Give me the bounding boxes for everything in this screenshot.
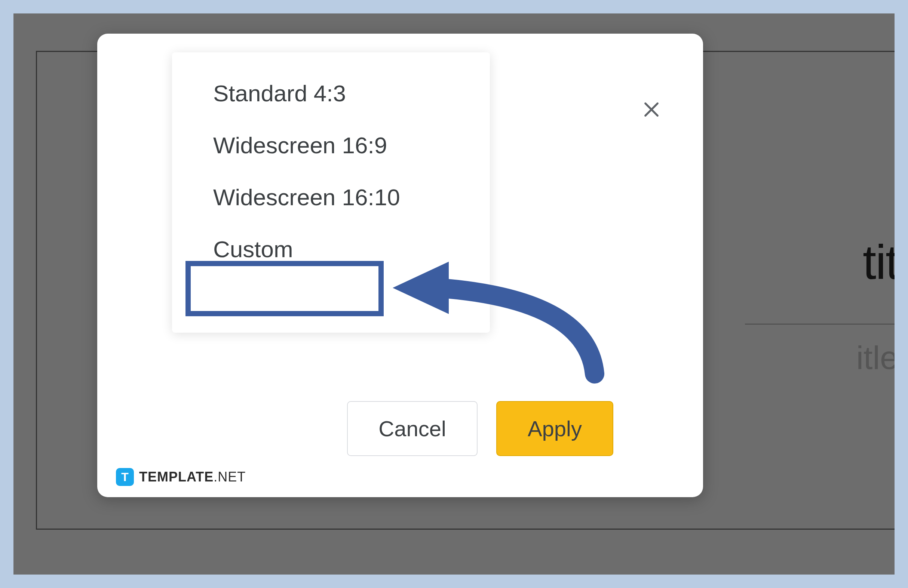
page-setup-dialog: Standard 4:3 Widescreen 16:9 Widescreen …	[97, 34, 703, 497]
aspect-ratio-dropdown: Standard 4:3 Widescreen 16:9 Widescreen …	[172, 52, 490, 333]
slide-title-fragment: tit	[863, 234, 895, 290]
watermark: T TEMPLATE.NET	[116, 468, 246, 486]
dropdown-option-widescreen-16-9[interactable]: Widescreen 16:9	[172, 119, 490, 171]
slide-subtitle-fragment: itle	[856, 339, 895, 377]
apply-button[interactable]: Apply	[496, 401, 613, 456]
screenshot-frame: tit itle Standard 4:3 Widescreen 16:9 Wi…	[0, 0, 908, 588]
watermark-tld: .NET	[214, 469, 246, 484]
cancel-button[interactable]: Cancel	[347, 401, 478, 456]
dropdown-option-widescreen-16-10[interactable]: Widescreen 16:10	[172, 171, 490, 223]
watermark-logo-icon: T	[116, 468, 134, 486]
dropdown-option-custom[interactable]: Custom	[172, 223, 490, 275]
watermark-text: TEMPLATE.NET	[139, 469, 246, 485]
dropdown-option-standard[interactable]: Standard 4:3	[172, 67, 490, 119]
dialog-button-row: Cancel Apply	[347, 401, 613, 456]
close-icon[interactable]	[641, 97, 662, 124]
slide-divider	[745, 324, 895, 325]
watermark-brand: TEMPLATE	[139, 469, 214, 484]
